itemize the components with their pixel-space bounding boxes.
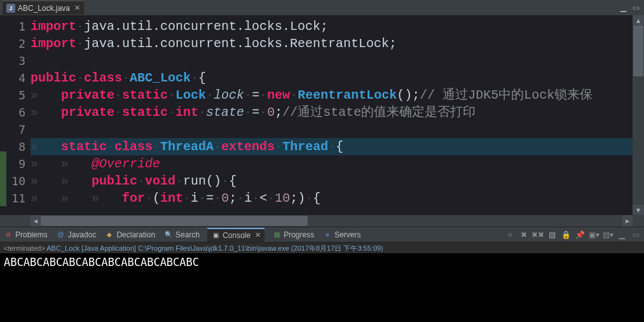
tab-label: Console bbox=[223, 231, 250, 240]
kw-extends: extends bbox=[221, 139, 275, 154]
remove-all-icon[interactable]: ✖✖ bbox=[532, 229, 544, 241]
java-file-icon: J bbox=[6, 4, 15, 13]
scroll-down-icon[interactable]: ▾ bbox=[633, 205, 644, 215]
var-lock: lock bbox=[214, 88, 244, 102]
display-selected-icon[interactable]: ▣▾ bbox=[588, 229, 599, 241]
launch-path: ABC_Lock [Java Application] C:\Program F… bbox=[45, 244, 383, 252]
tab-label: Problems bbox=[15, 230, 48, 239]
scroll-up-icon[interactable]: ▴ bbox=[633, 15, 644, 25]
console-output[interactable]: ABCABCABCABCABCABCABCABCABCABC bbox=[0, 253, 644, 322]
console-text: ABCABCABCABCABCABCABCABCABCABC bbox=[4, 256, 199, 269]
comment: //通过state的值来确定是否打印 bbox=[282, 105, 476, 120]
kw-int: int bbox=[160, 191, 183, 206]
tab-console[interactable]: ▣Console✕ bbox=[207, 228, 264, 242]
import-path: java.util.concurrent.locks.Lock bbox=[84, 19, 320, 34]
var-i: i bbox=[244, 191, 252, 206]
kw-static: static bbox=[122, 88, 168, 102]
code-area[interactable]: import·java.util.concurrent.locks.Lock; … bbox=[31, 15, 633, 215]
pin-console-icon[interactable]: 📌 bbox=[574, 229, 586, 241]
change-marker bbox=[0, 151, 6, 206]
literal: 10 bbox=[275, 191, 290, 206]
scroll-right-icon[interactable]: ▸ bbox=[622, 215, 633, 227]
maximize-view-icon[interactable]: ▭ bbox=[630, 229, 641, 241]
remove-launch-icon[interactable]: ✖ bbox=[518, 229, 530, 241]
kw-static: static bbox=[61, 139, 107, 154]
code-editor[interactable]: 1 2 3 4 5 6 7 8 9 10 11 import·java.util… bbox=[0, 15, 644, 215]
kw-import: import bbox=[31, 36, 76, 51]
kw-class: class bbox=[114, 139, 153, 154]
bottom-tabbar: ⊘Problems @Javadoc ◆Declaration 🔍Search … bbox=[0, 227, 644, 242]
vscroll-thumb[interactable] bbox=[633, 25, 643, 76]
tab-problems[interactable]: ⊘Problems bbox=[3, 230, 49, 239]
class-threada: ThreadA bbox=[160, 139, 214, 154]
console-toolbar: ■ ✖ ✖✖ ▤ 🔒 📌 ▣▾ ▤▾ ▁ ▭ bbox=[504, 229, 641, 241]
kw-int: int bbox=[175, 105, 198, 120]
tab-search[interactable]: 🔍Search bbox=[163, 230, 201, 239]
maximize-icon[interactable]: ▭ bbox=[631, 3, 640, 12]
close-icon[interactable]: ✕ bbox=[255, 231, 261, 239]
kw-static: static bbox=[122, 105, 168, 120]
open-console-icon[interactable]: ▤▾ bbox=[602, 229, 613, 241]
tab-label: Declaration bbox=[116, 230, 155, 239]
terminate-icon[interactable]: ■ bbox=[504, 229, 516, 241]
tab-label: Search bbox=[175, 230, 200, 239]
tab-label: Progress bbox=[284, 230, 314, 239]
javadoc-icon: @ bbox=[57, 230, 65, 239]
vertical-scrollbar[interactable]: ▴ ▾ bbox=[633, 15, 644, 215]
method-run: run bbox=[183, 174, 206, 188]
tab-label: Javadoc bbox=[68, 230, 97, 239]
servers-icon: ⎈ bbox=[323, 230, 332, 239]
editor-tab[interactable]: J ABC_Lock.java ✕ bbox=[3, 1, 84, 15]
declaration-icon: ◆ bbox=[105, 230, 114, 239]
import-path: java.util.concurrent.locks.ReentrantLock bbox=[84, 36, 389, 51]
kw-public: public bbox=[92, 174, 137, 188]
minimize-view-icon[interactable]: ▁ bbox=[616, 229, 627, 241]
console-icon: ▣ bbox=[211, 231, 220, 240]
class-name: ABC_Lock bbox=[130, 71, 191, 85]
ctor: ReentrantLock bbox=[298, 88, 397, 102]
search-icon: 🔍 bbox=[164, 230, 173, 239]
comment: // 通过JDK5中的Lock锁来保 bbox=[420, 88, 593, 102]
scroll-left-icon[interactable]: ◂ bbox=[31, 215, 41, 227]
tab-label: Servers bbox=[334, 230, 360, 239]
op-lt: < bbox=[259, 191, 267, 206]
kw-private: private bbox=[61, 105, 114, 120]
literal: 0 bbox=[221, 191, 229, 206]
tab-progress[interactable]: ▤Progress bbox=[271, 230, 315, 239]
scroll-lock-icon[interactable]: 🔒 bbox=[560, 229, 572, 241]
tab-declaration[interactable]: ◆Declaration bbox=[104, 230, 156, 239]
editor-tab-label: ABC_Lock.java bbox=[18, 4, 70, 13]
kw-public: public bbox=[31, 71, 76, 85]
minimize-icon[interactable]: ▁ bbox=[619, 3, 627, 12]
editor-tabbar: J ABC_Lock.java ✕ ▁ ▭ bbox=[0, 0, 644, 15]
problems-icon: ⊘ bbox=[4, 230, 13, 239]
kw-new: new bbox=[267, 88, 290, 102]
annotation: @Override bbox=[92, 157, 160, 171]
literal: 0 bbox=[267, 105, 275, 120]
clear-console-icon[interactable]: ▤ bbox=[546, 229, 558, 241]
close-icon[interactable]: ✕ bbox=[74, 4, 80, 12]
horizontal-scrollbar[interactable]: ◂ ▸ bbox=[0, 215, 644, 227]
var-state: state bbox=[206, 105, 244, 120]
kw-import: import bbox=[31, 19, 76, 34]
progress-icon: ▤ bbox=[272, 230, 281, 239]
type-thread: Thread bbox=[282, 139, 328, 154]
kw-for: for bbox=[122, 191, 145, 206]
hscroll-thumb[interactable] bbox=[41, 216, 308, 226]
console-launch-info: <terminated> ABC_Lock [Java Application]… bbox=[0, 242, 644, 253]
tab-javadoc[interactable]: @Javadoc bbox=[55, 230, 98, 239]
type-lock: Lock bbox=[175, 88, 206, 102]
var-i: i bbox=[191, 191, 198, 206]
terminated-tag: <terminated> bbox=[4, 244, 45, 252]
tab-servers[interactable]: ⎈Servers bbox=[322, 230, 362, 239]
kw-void: void bbox=[145, 174, 175, 188]
kw-private: private bbox=[61, 88, 114, 102]
kw-class: class bbox=[84, 71, 122, 85]
